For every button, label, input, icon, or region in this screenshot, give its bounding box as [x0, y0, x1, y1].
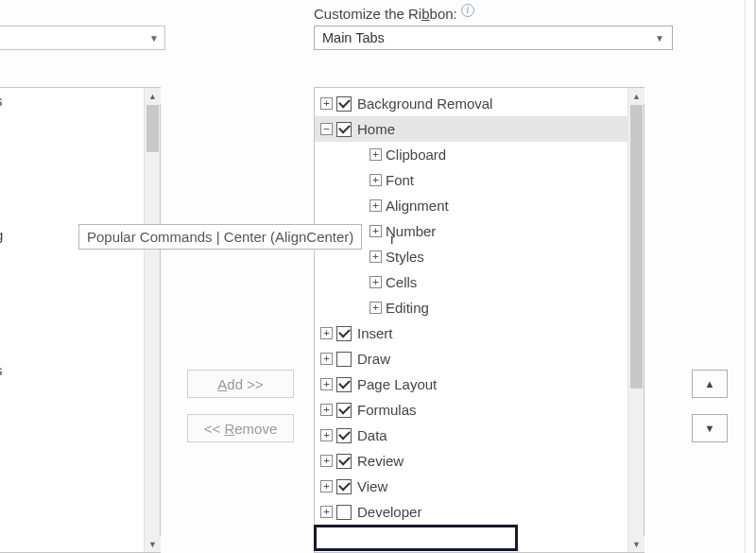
checkbox[interactable] [336, 122, 352, 137]
ribbon-tabs-tree[interactable]: + Background Removal − Home + Clipboard … [314, 87, 644, 553]
label-part1: Customize the Ri [314, 6, 421, 22]
tree-item-home[interactable]: − Home [315, 116, 628, 142]
tree-item-clipboard[interactable]: + Clipboard [315, 142, 627, 167]
expand-icon[interactable]: + [369, 199, 382, 212]
move-down-button[interactable]: ▼ [692, 414, 728, 442]
checkbox[interactable] [336, 479, 352, 494]
tree-item-review[interactable]: + Review [315, 448, 627, 474]
expand-icon[interactable]: + [320, 404, 333, 416]
scroll-thumb[interactable] [630, 105, 643, 389]
tree-label: Insert [357, 325, 393, 341]
clipped-text: g [0, 227, 3, 243]
tree-item-alignment[interactable]: + Alignment [315, 193, 627, 218]
expand-icon[interactable]: + [320, 327, 333, 339]
expand-icon[interactable]: + [369, 174, 382, 186]
checkbox[interactable] [336, 326, 352, 341]
scrollbar[interactable]: ▲ ▼ [144, 88, 160, 552]
tree-label: Review [357, 453, 404, 469]
tooltip: Popular Commands | Center (AlignCenter) [78, 224, 362, 250]
expand-icon[interactable]: + [320, 429, 333, 441]
commands-listbox[interactable]: ▌▸ ▌▸ ▲ ▼ [0, 87, 161, 553]
checkbox[interactable] [336, 454, 352, 469]
tree-label: Font [386, 172, 414, 188]
tree-label: Clipboard [386, 147, 446, 163]
tree-label: Editing [386, 300, 429, 316]
triangle-down-icon: ▼ [705, 423, 715, 434]
btn-text: emove [234, 421, 277, 437]
add-button[interactable]: Add >> [187, 370, 294, 398]
tree-item-draw[interactable]: + Draw [315, 346, 627, 372]
tooltip-text: Popular Commands | Center (AlignCenter) [87, 229, 353, 245]
tree-item-cells[interactable]: + Cells [315, 269, 627, 295]
expand-icon[interactable]: + [320, 378, 333, 390]
scroll-down-icon[interactable]: ▼ [145, 536, 161, 552]
scroll-up-icon[interactable]: ▲ [628, 88, 644, 104]
tree-label: Page Layout [357, 376, 437, 392]
label-accel: b [421, 6, 429, 22]
tree-label: Developer [357, 504, 421, 520]
accel: A [217, 376, 227, 392]
checkbox[interactable] [336, 505, 352, 520]
checkbox[interactable] [336, 96, 352, 112]
checkbox[interactable] [336, 428, 352, 443]
triangle-up-icon: ▲ [705, 378, 715, 389]
expand-icon[interactable]: + [320, 353, 333, 365]
tree-item-font[interactable]: + Font [315, 167, 627, 193]
btn-text: dd >> [227, 376, 263, 392]
move-up-button[interactable]: ▲ [692, 370, 728, 398]
expand-icon[interactable]: + [369, 251, 382, 263]
btn-pre: << [204, 421, 225, 437]
scroll-thumb[interactable] [146, 105, 159, 152]
scroll-up-icon[interactable]: ▲ [145, 88, 161, 104]
tree-item-data[interactable]: + Data [315, 423, 627, 448]
tree-item-insert[interactable]: + Insert [315, 320, 627, 346]
scroll-down-icon[interactable]: ▼ [628, 536, 644, 552]
expand-icon[interactable]: + [369, 148, 382, 161]
tree-item-background-removal[interactable]: + Background Removal [315, 91, 627, 116]
tree-label: View [357, 478, 387, 494]
tree-label: Formulas [357, 402, 417, 418]
checkbox[interactable] [336, 352, 352, 367]
tree-label: Home [357, 121, 395, 137]
expand-icon[interactable]: + [369, 302, 382, 314]
customize-ribbon-dropdown[interactable]: Main Tabs ▼ [314, 26, 673, 50]
chevron-down-icon: ▼ [149, 33, 159, 43]
tree-label: Data [357, 427, 387, 443]
expand-icon[interactable]: + [320, 506, 333, 518]
tree-item-page-layout[interactable]: + Page Layout [315, 372, 627, 397]
expand-icon[interactable]: + [320, 480, 333, 493]
customize-ribbon-label: Customize the Ribbon: i [314, 4, 474, 22]
expand-icon[interactable]: + [369, 225, 382, 237]
dialog-border [745, 0, 746, 553]
chevron-down-icon: ▼ [655, 33, 664, 43]
clipped-text: s [0, 362, 3, 378]
choose-commands-dropdown[interactable]: ▼ [0, 26, 165, 50]
tree-label: Background Removal [357, 95, 492, 112]
accel: R [224, 421, 234, 437]
tree-label: Cells [386, 274, 417, 290]
tree-label: Styles [386, 249, 424, 265]
tree-item-formulas[interactable]: + Formulas [315, 397, 627, 423]
tree-label: Alignment [386, 198, 449, 214]
dropdown-selected: Main Tabs [322, 30, 655, 45]
clipped-text: s [0, 93, 3, 109]
checkbox[interactable] [336, 403, 352, 418]
remove-button[interactable]: << Remove [187, 414, 294, 442]
expand-icon[interactable]: + [369, 276, 382, 288]
collapse-icon[interactable]: − [320, 123, 333, 135]
tree-item-view[interactable]: + View [315, 474, 627, 499]
scrollbar[interactable]: ▲ ▼ [627, 88, 644, 552]
checkbox[interactable] [336, 377, 352, 392]
label-part3: bon: [430, 6, 457, 22]
tree-label: Draw [357, 351, 390, 367]
info-icon[interactable]: i [461, 4, 474, 17]
tree-item-developer[interactable]: + Developer [315, 499, 627, 525]
clipped-text: r [390, 231, 395, 247]
tree-item-editing[interactable]: + Editing [315, 295, 627, 320]
expand-icon[interactable]: + [320, 455, 333, 467]
expand-icon[interactable]: + [320, 97, 333, 110]
